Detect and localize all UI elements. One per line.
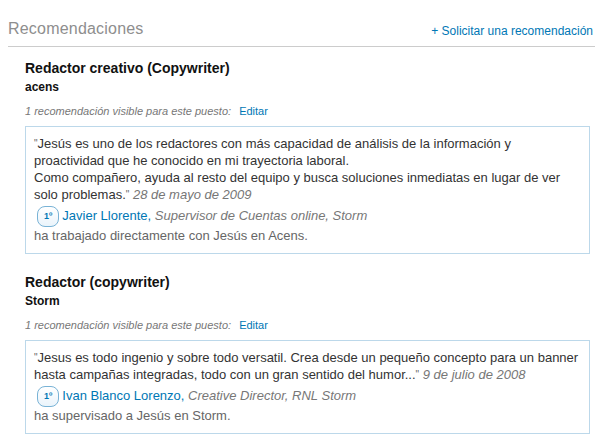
connection-degree-badge: 1º (37, 386, 59, 407)
quote-text: Como compañero, ayuda al resto del equip… (34, 170, 560, 202)
recommendation-card: "Jesús es uno de los redactores con más … (25, 126, 590, 254)
recommender-byline: 1ºIvan Blanco Lorenzo, Creative Director… (37, 386, 579, 407)
relationship-note: ha supervisado a Jesús en Storm. (34, 407, 579, 424)
relationship-note: ha trabajado directamente con Jesús en A… (34, 227, 579, 244)
visibility-row: 1 recomendación visible para este puesto… (25, 319, 590, 331)
visibility-row: 1 recomendación visible para este puesto… (25, 105, 590, 117)
quote-text: Jesús es uno de los redactores con más c… (34, 136, 511, 168)
request-recommendation-link[interactable]: + Solicitar una recomendación (431, 24, 595, 38)
recommendations-page: Recomendaciones + Solicitar una recomend… (0, 0, 603, 439)
page-title: Recomendaciones (8, 20, 144, 38)
visibility-note: 1 recomendación visible para este puesto… (25, 319, 231, 331)
recommendation-section-copywriter-storm: Redactor (copywriter) Storm 1 recomendac… (25, 274, 590, 434)
recommendation-date: 28 de mayo de 2009 (133, 187, 252, 202)
close-quote: " (126, 189, 130, 200)
recommendation-section-copywriter-acens: Redactor creativo (Copywriter) acens 1 r… (25, 60, 590, 254)
recommendation-quote: "Jesus es todo ingenio y sobre todo vers… (34, 349, 579, 383)
company-name: Storm (25, 294, 590, 308)
connection-degree-badge: 1º (37, 206, 59, 227)
edit-link[interactable]: Editar (239, 105, 268, 117)
recommender-name-link[interactable]: Javier Llorente, (62, 208, 151, 223)
recommendation-quote: "Jesús es uno de los redactores con más … (34, 135, 579, 203)
recommendation-date: 9 de julio de 2008 (423, 367, 526, 382)
company-name: acens (25, 80, 590, 94)
recommender-name-link[interactable]: Ivan Blanco Lorenzo, (62, 388, 184, 403)
recommender-byline: 1ºJavier Llorente, Supervisor de Cuentas… (37, 206, 579, 227)
visibility-note: 1 recomendación visible para este puesto… (25, 105, 231, 117)
edit-link[interactable]: Editar (239, 319, 268, 331)
recommender-title: Creative Director, RNL Storm (188, 388, 356, 403)
recommender-title: Supervisor de Cuentas online, Storm (155, 208, 367, 223)
job-title: Redactor creativo (Copywriter) (25, 60, 590, 76)
page-header: Recomendaciones + Solicitar una recomend… (8, 20, 595, 47)
recommendation-card: "Jesus es todo ingenio y sobre todo vers… (25, 340, 590, 434)
close-quote: " (416, 369, 420, 380)
job-title: Redactor (copywriter) (25, 274, 590, 290)
